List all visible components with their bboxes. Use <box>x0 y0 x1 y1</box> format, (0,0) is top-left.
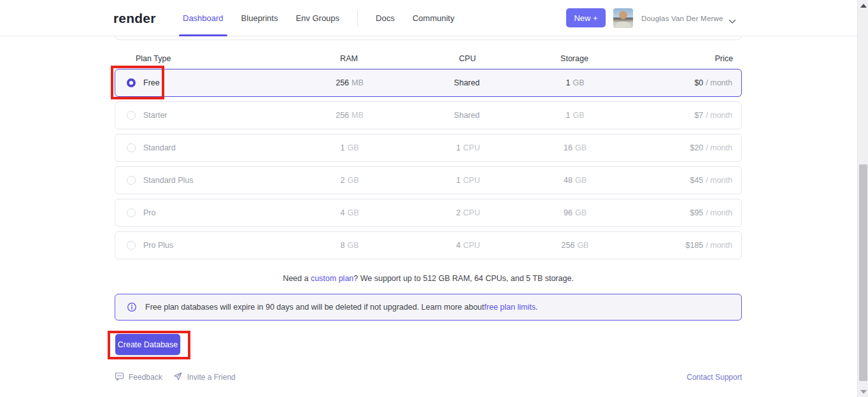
top-navbar: render Dashboard Blueprints Env Groups D… <box>0 0 857 36</box>
plan-price-cell: $95/ month <box>623 208 741 217</box>
plan-price-cell: $185/ month <box>623 241 741 250</box>
footer-links: Feedback Invite a Friend <box>115 372 236 382</box>
column-header-storage: Storage <box>527 54 622 63</box>
plan-radio[interactable] <box>127 143 136 152</box>
plan-price-cell: $45/ month <box>623 176 741 185</box>
plan-cpu-cell: 4CPU <box>409 241 527 250</box>
plan-row[interactable]: Standard Plus 2GB 1CPU 48GB $45/ month <box>115 166 742 194</box>
contact-support-link[interactable]: Contact Support <box>687 372 742 382</box>
info-icon <box>127 302 137 312</box>
custom-plan-note-suffix: ? We support up to 512 GB RAM, 64 CPUs, … <box>353 274 574 283</box>
info-banner-suffix: . <box>536 303 537 312</box>
plan-radio[interactable] <box>127 78 136 87</box>
nav-community[interactable]: Community <box>413 0 455 36</box>
plan-ram-cell: 256MB <box>290 78 409 87</box>
plan-cpu-cell: 1CPU <box>409 143 527 152</box>
plan-name: Pro Plus <box>143 241 173 250</box>
info-banner-text: Free plan databases will expire in 90 da… <box>145 303 484 312</box>
plan-storage-cell: 1GB <box>527 78 623 87</box>
column-header-ram: RAM <box>290 54 408 63</box>
feedback-icon <box>115 372 124 383</box>
plan-storage-cell: 96GB <box>527 208 623 217</box>
plans-table-header: Plan Type RAM CPU Storage Price <box>115 54 742 64</box>
plan-ram-cell: 4GB <box>290 208 409 217</box>
feedback-label: Feedback <box>129 373 162 382</box>
plan-row[interactable]: Starter 256MB Shared 1GB $7/ month <box>115 101 742 129</box>
invite-friend-link[interactable]: Invite a Friend <box>173 372 236 383</box>
plan-name: Standard <box>143 143 176 152</box>
plan-name: Free <box>143 78 160 87</box>
plan-storage-cell: 256GB <box>527 241 623 250</box>
plan-radio[interactable] <box>127 111 136 120</box>
plan-storage-cell: 48GB <box>527 176 623 185</box>
plan-row[interactable]: Pro 4GB 2CPU 96GB $95/ month <box>115 199 742 227</box>
plan-name: Standard Plus <box>143 176 194 185</box>
column-header-plan-type: Plan Type <box>115 54 290 63</box>
plan-storage-cell: 16GB <box>527 143 623 152</box>
scrollbar[interactable] <box>857 0 868 397</box>
chevron-down-icon[interactable] <box>729 15 736 27</box>
column-header-cpu: CPU <box>408 54 527 63</box>
plan-price-cell: $20/ month <box>623 143 741 152</box>
free-plan-limits-link[interactable]: free plan limits <box>484 303 536 312</box>
nav-divider <box>357 10 358 27</box>
plans-rows: Free 256MB Shared 1GB $0/ month Starter … <box>115 69 742 259</box>
plan-name: Pro <box>143 208 155 217</box>
scrollbar-down-arrow[interactable] <box>858 386 868 397</box>
plan-cpu-cell: 2CPU <box>409 208 527 217</box>
plan-name: Starter <box>143 111 167 120</box>
custom-plan-link[interactable]: custom plan <box>311 274 353 283</box>
plan-ram-cell: 256MB <box>290 111 409 120</box>
user-menu-name[interactable]: Douglas Van Der Merwe <box>641 0 723 36</box>
plan-radio[interactable] <box>127 208 136 217</box>
plan-radio[interactable] <box>127 241 136 250</box>
plan-row[interactable]: Standard 1GB 1CPU 16GB $20/ month <box>115 134 742 162</box>
scrollbar-up-arrow[interactable] <box>858 0 868 11</box>
scrollbar-thumb[interactable] <box>859 164 867 381</box>
plan-ram-cell: 1GB <box>290 143 409 152</box>
main-nav: Dashboard Blueprints Env Groups Docs Com… <box>183 0 454 36</box>
custom-plan-note-prefix: Need a <box>283 274 311 283</box>
nav-dashboard[interactable]: Dashboard <box>183 0 224 36</box>
plan-ram-cell: 2GB <box>290 176 409 185</box>
plan-radio[interactable] <box>127 176 136 185</box>
send-icon <box>173 372 183 383</box>
plan-cpu-cell: Shared <box>409 111 527 120</box>
plan-price-cell: $0/ month <box>623 78 741 87</box>
plan-row[interactable]: Free 256MB Shared 1GB $0/ month <box>115 69 742 97</box>
nav-blueprints[interactable]: Blueprints <box>241 0 278 36</box>
plan-storage-cell: 1GB <box>527 111 623 120</box>
invite-friend-label: Invite a Friend <box>187 373 236 382</box>
feedback-link[interactable]: Feedback <box>115 372 162 383</box>
nav-env-groups[interactable]: Env Groups <box>295 0 339 36</box>
avatar[interactable] <box>613 8 633 28</box>
render-logo[interactable]: render <box>113 0 156 36</box>
plan-cpu-cell: 1CPU <box>409 176 527 185</box>
plan-ram-cell: 8GB <box>290 241 409 250</box>
create-database-button[interactable]: Create Database <box>115 334 180 355</box>
column-header-price: Price <box>622 54 742 63</box>
plan-price-cell: $7/ month <box>623 111 741 120</box>
plan-row[interactable]: Pro Plus 8GB 4CPU 256GB $185/ month <box>115 231 742 259</box>
custom-plan-note: Need a custom plan? We support up to 512… <box>115 274 742 283</box>
plan-cpu-cell: Shared <box>409 78 527 87</box>
free-plan-info-banner: Free plan databases will expire in 90 da… <box>115 294 742 321</box>
nav-docs[interactable]: Docs <box>376 0 395 36</box>
new-button[interactable]: New + <box>566 8 606 27</box>
